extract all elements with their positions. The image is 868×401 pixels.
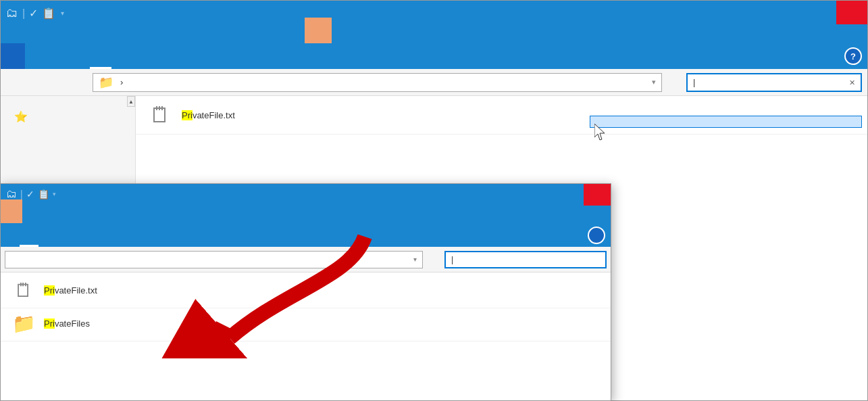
- bg-forward-button[interactable]: [28, 73, 47, 92]
- fg-search-tools-tab[interactable]: [1, 199, 22, 223]
- bg-win-controls: [774, 1, 867, 24]
- bg-search-clear[interactable]: ✕: [849, 77, 855, 87]
- fg-file-item-1[interactable]: 🗒 PrivateFile.txt: [1, 273, 611, 308]
- bg-autocomplete-item[interactable]: [590, 116, 861, 127]
- bg-close-button[interactable]: [836, 1, 867, 24]
- fg-search-box[interactable]: |: [444, 251, 607, 268]
- fg-file-name-2: PrivateFiles: [44, 319, 600, 329]
- bg-refresh-button[interactable]: [665, 73, 684, 92]
- bg-help-button[interactable]: ?: [844, 47, 862, 65]
- bg-titlebar: 🗂 | ✓ 📋 ▾: [1, 1, 867, 43]
- separator: |: [22, 7, 25, 20]
- fg-search-menu[interactable]: [20, 223, 39, 247]
- fg-file-name-highlight-1: Pri: [44, 285, 55, 296]
- fg-file-name-rest-1: vateFile.txt: [55, 285, 97, 296]
- fg-addr-dropdown-icon[interactable]: ▾: [413, 256, 417, 263]
- bg-cursor: |: [693, 77, 695, 87]
- bg-address-box[interactable]: 📁 › ▾: [93, 73, 662, 92]
- fg-file-item-2[interactable]: 📁 PrivateFiles: [1, 308, 611, 341]
- fg-content: 🗒 PrivateFile.txt 📁 PrivateFiles: [1, 273, 611, 400]
- bg-file-menu[interactable]: [1, 43, 25, 69]
- bg-path-icon: 📁: [99, 75, 113, 90]
- bg-menubar: ?: [1, 43, 867, 69]
- fg-titlebar: 🗂 | ✓ 📋 ▾: [1, 184, 611, 223]
- fg-menubar: [1, 223, 611, 247]
- bg-maximize-button[interactable]: [805, 1, 836, 24]
- fg-help-button[interactable]: [588, 227, 605, 244]
- bg-up-button[interactable]: [71, 73, 90, 92]
- bg-view-menu[interactable]: [68, 43, 90, 69]
- quick-access-arrow[interactable]: ▾: [61, 9, 64, 17]
- fg-file-name-1: PrivateFile.txt: [44, 285, 592, 296]
- window-icon-3: 📋: [42, 7, 55, 20]
- fg-file-info-2: PrivateFiles: [44, 319, 600, 329]
- bg-search-box[interactable]: | ✕: [686, 73, 862, 92]
- bg-quick-access-star-icon: ⭐: [14, 110, 28, 123]
- fg-window-icon-1: 🗂: [6, 188, 17, 200]
- bg-addr-dropdown[interactable]: ▾: [652, 78, 656, 87]
- bg-file-name-highlight: Pri: [182, 110, 193, 120]
- fg-window-icon-2: ✓: [26, 189, 34, 199]
- fg-window-icon-3: 📋: [38, 189, 49, 199]
- bg-back-button[interactable]: [6, 73, 25, 92]
- bg-minimize-button[interactable]: [774, 1, 805, 24]
- fg-address-bar: ▾ |: [1, 247, 611, 273]
- fg-partial-menu[interactable]: [1, 223, 20, 247]
- fg-quick-access-arrow[interactable]: ▾: [53, 191, 56, 197]
- bg-share-menu[interactable]: [47, 43, 68, 69]
- window-icon-1: 🗂: [6, 6, 18, 20]
- bg-autocomplete[interactable]: [590, 116, 862, 128]
- bg-address-bar: 📁 › ▾ | ✕: [1, 69, 867, 96]
- window-icon-2: ✓: [29, 7, 38, 20]
- bg-search-menu[interactable]: [90, 43, 111, 69]
- fg-file-name-rest-2: vateFiles: [55, 319, 90, 329]
- bg-file-icon-1: 🗒: [147, 101, 174, 128]
- fg-win-controls: [557, 184, 611, 206]
- fg-file-info-1: PrivateFile.txt: [44, 285, 592, 296]
- bg-search-tools-tab[interactable]: [305, 18, 332, 43]
- fg-separator: |: [20, 189, 23, 199]
- fg-close-button[interactable]: [584, 184, 611, 206]
- bg-scroll-up[interactable]: ▲: [127, 96, 135, 107]
- fg-file-name-highlight-2: Pri: [44, 319, 55, 329]
- bg-path-separator: ›: [120, 77, 123, 87]
- fg-file-icon-1: 🗒: [11, 278, 36, 302]
- bg-home-menu[interactable]: [25, 43, 47, 69]
- fg-folder-icon-2: 📁: [11, 311, 36, 335]
- bg-recent-button[interactable]: [49, 73, 68, 92]
- fg-refresh-button[interactable]: [426, 252, 442, 268]
- fg-minimize-button[interactable]: [557, 184, 584, 206]
- bg-file-name-rest: vateFile.txt: [193, 110, 235, 120]
- bg-sidebar-quick-access[interactable]: ⭐: [1, 106, 135, 127]
- foreground-window: 🗂 | ✓ 📋 ▾: [0, 183, 611, 401]
- fg-cursor: |: [451, 255, 453, 264]
- fg-address-box[interactable]: ▾: [5, 251, 423, 268]
